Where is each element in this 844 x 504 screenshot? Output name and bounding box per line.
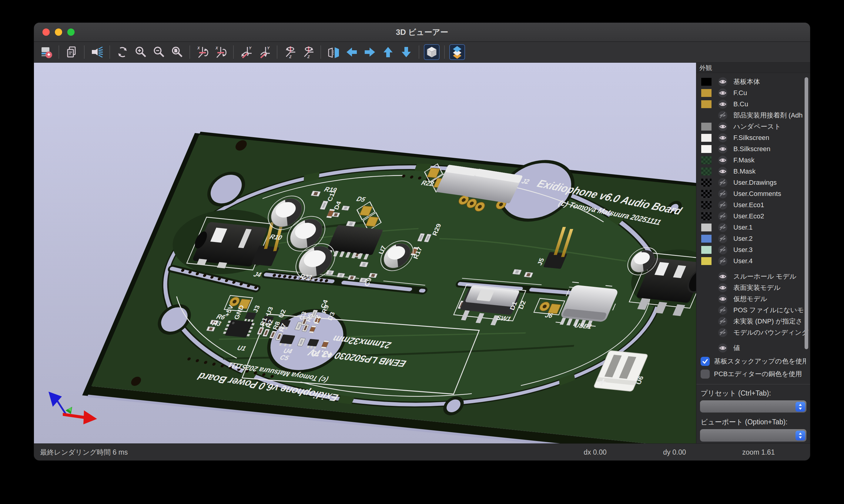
pcb-3d-render[interactable]: R22J2R19C11D4D5R10R23J4U7R29R17C9J5SW1D1… — [34, 63, 696, 444]
layer-color-swatch[interactable] — [701, 179, 711, 186]
layer-row-14[interactable]: User.2 — [696, 233, 810, 244]
visibility-off-icon[interactable] — [718, 306, 727, 315]
toggle-orthographic-button[interactable] — [424, 44, 440, 60]
layer-color-swatch[interactable] — [701, 89, 711, 97]
reload-board-button[interactable] — [38, 44, 54, 60]
redraw-button[interactable] — [115, 44, 131, 60]
layer-row-6[interactable]: B.Silkscreen — [696, 143, 810, 155]
visibility-off-icon[interactable] — [718, 234, 727, 243]
visibility-on-icon[interactable] — [718, 122, 727, 131]
visibility-off-icon[interactable] — [718, 328, 727, 337]
flip-board-button[interactable] — [326, 44, 341, 60]
layer-color-swatch[interactable] — [701, 78, 711, 86]
visibility-off-icon[interactable] — [718, 223, 727, 232]
rotate-y-neg-button[interactable]: Y — [238, 44, 254, 60]
layer-color-swatch[interactable] — [701, 201, 711, 209]
visibility-off-icon[interactable] — [718, 317, 727, 326]
visibility-on-icon[interactable] — [718, 283, 727, 292]
zoom-out-button[interactable] — [151, 44, 167, 60]
layer-row-0[interactable]: 基板本体 — [696, 76, 810, 87]
layer-color-swatch[interactable] — [701, 167, 711, 175]
layer-color-swatch[interactable] — [701, 134, 711, 142]
visibility-on-icon[interactable] — [718, 156, 727, 165]
close-button[interactable] — [42, 29, 50, 36]
visibility-off-icon[interactable] — [718, 212, 727, 221]
rotate-x-neg-button[interactable]: X — [195, 44, 210, 60]
visibility-off-icon[interactable] — [718, 111, 727, 120]
move-down-button[interactable] — [398, 44, 414, 60]
zoom-in-button[interactable] — [133, 44, 149, 60]
visibility-off-icon[interactable] — [718, 189, 727, 198]
layer-row-9[interactable]: User.Drawings — [696, 177, 810, 188]
layer-row-10[interactable]: User.Comments — [696, 188, 810, 199]
layer-color-swatch[interactable] — [701, 190, 711, 198]
titlebar[interactable]: 3D ビューアー — [34, 23, 810, 42]
layer-row-5[interactable]: F.Silkscreen — [696, 132, 810, 143]
stepper-icon[interactable] — [795, 431, 805, 440]
model-row-3[interactable]: POS ファイルにないモ — [696, 304, 810, 316]
visibility-on-icon[interactable] — [718, 272, 727, 281]
visibility-on-icon[interactable] — [718, 133, 727, 142]
model-row-0[interactable]: スルーホール モデル — [696, 271, 810, 282]
layer-row-13[interactable]: User.1 — [696, 222, 810, 233]
layer-color-swatch[interactable] — [701, 145, 711, 153]
visibility-off-icon[interactable] — [718, 178, 727, 187]
zoom-button[interactable] — [67, 29, 74, 36]
layer-row-4[interactable]: ハンダペースト — [696, 121, 810, 132]
rotate-y-pos-button[interactable]: Y — [257, 44, 272, 60]
viewport-3d[interactable]: R22J2R19C11D4D5R10R23J4U7R29R17C9J5SW1D1… — [34, 63, 696, 444]
toggle-appearance-panel-button[interactable] — [449, 44, 465, 60]
move-right-button[interactable] — [362, 44, 378, 60]
stepper-icon[interactable] — [795, 402, 805, 412]
model-row-4[interactable]: 未実装 (DNP) が指定さ — [696, 316, 810, 327]
checkbox-checked-icon[interactable] — [701, 357, 710, 366]
layer-color-swatch — [701, 318, 711, 325]
layer-row-7[interactable]: F.Mask — [696, 155, 810, 166]
minimize-button[interactable] — [55, 29, 62, 36]
layer-color-swatch[interactable] — [701, 100, 711, 108]
render-current-view-button[interactable] — [89, 44, 105, 60]
checkbox-unchecked-icon[interactable] — [701, 370, 710, 379]
visibility-on-icon[interactable] — [718, 167, 727, 176]
viewport-select[interactable] — [700, 429, 806, 442]
preset-select[interactable] — [700, 400, 806, 413]
layer-row-12[interactable]: User.Eco2 — [696, 211, 810, 222]
visibility-off-icon[interactable] — [718, 256, 727, 266]
rotate-z-pos-button[interactable]: Z — [300, 44, 316, 60]
layer-color-swatch[interactable] — [701, 123, 711, 130]
copy-image-button[interactable] — [64, 44, 80, 60]
rotate-z-neg-button[interactable]: Z — [282, 44, 298, 60]
model-row-1[interactable]: 表面実装モデル — [696, 282, 810, 293]
layer-row-1[interactable]: F.Cu — [696, 87, 810, 98]
layer-row-15[interactable]: User.3 — [696, 244, 810, 255]
layer-label: 仮想モデル — [733, 294, 810, 304]
rotate-x-pos-button[interactable]: X — [213, 44, 228, 60]
visibility-on-icon[interactable] — [718, 294, 727, 304]
model-row-2[interactable]: 仮想モデル — [696, 293, 810, 304]
visibility-on-icon[interactable] — [718, 88, 727, 97]
scrollbar-thumb[interactable] — [805, 77, 808, 349]
layer-color-swatch[interactable] — [701, 156, 711, 164]
visibility-off-icon[interactable] — [718, 200, 727, 210]
move-left-button[interactable] — [344, 44, 360, 60]
layer-color-swatch[interactable] — [701, 246, 711, 254]
value-row[interactable]: 値 — [696, 342, 810, 353]
layer-row-2[interactable]: B.Cu — [696, 98, 810, 110]
visibility-on-icon[interactable] — [718, 77, 727, 86]
visibility-on-icon[interactable] — [718, 343, 727, 353]
layer-color-swatch[interactable] — [701, 257, 711, 265]
model-row-5[interactable]: モデルのバウンディング — [696, 327, 810, 338]
layer-row-11[interactable]: User.Eco1 — [696, 199, 810, 211]
visibility-on-icon[interactable] — [718, 100, 727, 109]
layer-row-3[interactable]: 部品実装用接着剤 (Adh — [696, 110, 810, 121]
layer-color-swatch[interactable] — [701, 212, 711, 220]
layer-list[interactable]: 基板本体F.CuB.Cu部品実装用接着剤 (AdhハンダペーストF.Silksc… — [696, 73, 810, 353]
layer-color-swatch[interactable] — [701, 223, 711, 231]
move-up-button[interactable] — [380, 44, 396, 60]
layer-row-16[interactable]: User.4 — [696, 255, 810, 267]
zoom-to-fit-button[interactable] — [169, 44, 185, 60]
visibility-on-icon[interactable] — [718, 144, 727, 154]
layer-row-8[interactable]: B.Mask — [696, 166, 810, 177]
visibility-off-icon[interactable] — [718, 245, 727, 254]
layer-color-swatch[interactable] — [701, 235, 711, 242]
